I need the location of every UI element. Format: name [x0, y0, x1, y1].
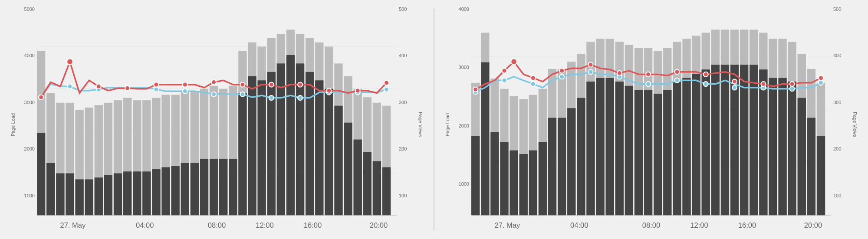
- svg-point-84: [154, 87, 158, 92]
- svg-point-213: [674, 69, 679, 74]
- svg-rect-160: [519, 154, 528, 216]
- y-axis-left-75: 4000 3000 2000 1000 0: [452, 4, 471, 239]
- y-axis-right-50: 500 400 300 200 100 0: [397, 4, 416, 239]
- svg-point-205: [473, 87, 478, 92]
- svg-point-101: [269, 82, 274, 87]
- svg-rect-73: [325, 89, 333, 216]
- svg-rect-60: [200, 159, 208, 216]
- svg-point-92: [384, 87, 389, 92]
- chart-75-area: Page Load 4000 3000 2000 1000 0: [443, 4, 859, 239]
- svg-point-104: [355, 88, 360, 93]
- svg-rect-52: [123, 171, 132, 216]
- svg-point-102: [298, 82, 302, 87]
- svg-point-203: [790, 86, 795, 91]
- svg-rect-189: [798, 98, 806, 216]
- svg-point-216: [761, 82, 766, 86]
- svg-point-97: [154, 82, 158, 87]
- chart-75-svg-container: 27. May 04:00 08:00 12:00 16:00 20:00: [471, 4, 831, 239]
- svg-rect-179: [702, 69, 710, 216]
- svg-rect-45: [56, 174, 64, 216]
- svg-point-85: [183, 89, 187, 94]
- svg-rect-171: [625, 86, 633, 216]
- svg-text:08:00: 08:00: [642, 221, 660, 229]
- svg-rect-62: [219, 159, 227, 216]
- chart-75-wrapper: Page Load 4000 3000 2000 1000 0: [443, 4, 859, 235]
- svg-rect-188: [788, 82, 796, 216]
- svg-rect-61: [210, 159, 218, 216]
- svg-point-200: [704, 82, 708, 86]
- svg-rect-170: [615, 82, 624, 216]
- svg-text:12:00: 12:00: [690, 221, 708, 229]
- svg-point-214: [704, 72, 708, 77]
- svg-point-87: [240, 92, 245, 97]
- svg-rect-162: [539, 142, 547, 216]
- svg-point-81: [67, 84, 72, 89]
- svg-rect-46: [66, 174, 74, 216]
- svg-rect-49: [95, 177, 103, 216]
- chart-50-svg-container: 27. May 04:00 08:00 12:00 16:00 20:00: [37, 4, 397, 239]
- svg-rect-55: [152, 169, 160, 216]
- chart-50-svg: 27. May 04:00 08:00 12:00 16:00 20:00: [37, 4, 397, 239]
- svg-point-218: [819, 75, 823, 80]
- svg-point-96: [125, 86, 130, 91]
- svg-rect-174: [654, 94, 662, 216]
- svg-point-209: [559, 68, 564, 73]
- svg-rect-186: [769, 78, 777, 216]
- svg-rect-166: [577, 98, 585, 216]
- svg-text:16:00: 16:00: [304, 221, 322, 229]
- svg-rect-161: [529, 151, 537, 216]
- svg-rect-48: [85, 179, 93, 215]
- svg-point-95: [96, 84, 101, 89]
- svg-point-211: [617, 71, 622, 75]
- svg-rect-178: [692, 74, 700, 216]
- svg-rect-47: [75, 179, 83, 215]
- svg-point-94: [67, 59, 73, 65]
- svg-rect-165: [567, 108, 575, 216]
- svg-point-199: [674, 78, 679, 83]
- svg-rect-51: [114, 174, 122, 216]
- svg-rect-63: [229, 159, 237, 216]
- svg-point-99: [211, 80, 216, 85]
- chart-50-wrapper: Page Load 5000 4000 3000 2000 1000 0: [9, 4, 425, 235]
- svg-rect-75: [344, 123, 352, 216]
- svg-rect-57: [171, 166, 179, 216]
- svg-rect-172: [635, 90, 643, 216]
- svg-rect-155: [471, 136, 480, 216]
- svg-rect-181: [721, 65, 729, 216]
- svg-rect-191: [817, 136, 825, 216]
- svg-rect-168: [596, 78, 604, 216]
- svg-rect-185: [759, 69, 767, 216]
- svg-rect-163: [548, 118, 556, 216]
- svg-rect-159: [510, 151, 518, 216]
- svg-text:16:00: 16:00: [738, 221, 756, 229]
- svg-point-105: [384, 80, 389, 85]
- svg-point-215: [732, 79, 737, 84]
- svg-point-208: [531, 75, 536, 80]
- svg-rect-187: [778, 78, 786, 216]
- svg-text:27. May: 27. May: [494, 221, 520, 229]
- svg-rect-175: [663, 90, 671, 216]
- svg-rect-58: [181, 163, 189, 216]
- svg-rect-74: [334, 106, 342, 216]
- chart-50-area: Page Load 5000 4000 3000 2000 1000 0: [9, 4, 425, 239]
- svg-rect-72: [315, 80, 323, 216]
- y-axis-left-label-75: Page Load: [445, 113, 450, 136]
- svg-rect-66: [257, 80, 266, 216]
- svg-rect-78: [373, 161, 381, 216]
- svg-rect-169: [605, 78, 614, 216]
- charts-container: Page Load 5000 4000 3000 2000 1000 0: [0, 0, 868, 239]
- svg-rect-158: [500, 142, 508, 216]
- svg-text:20:00: 20:00: [804, 221, 822, 229]
- svg-rect-167: [586, 82, 595, 216]
- svg-point-193: [502, 78, 506, 83]
- svg-text:04:00: 04:00: [136, 221, 154, 229]
- svg-rect-177: [682, 78, 690, 216]
- svg-rect-190: [807, 118, 815, 216]
- svg-rect-180: [711, 65, 720, 216]
- chart-75-svg: 27. May 04:00 08:00 12:00 16:00 20:00: [471, 4, 831, 239]
- svg-point-98: [183, 82, 187, 87]
- svg-rect-59: [191, 163, 199, 216]
- svg-rect-71: [306, 72, 314, 216]
- svg-point-89: [298, 95, 302, 100]
- y-axis-right-75: 500 400 300 200 100 0: [831, 4, 851, 239]
